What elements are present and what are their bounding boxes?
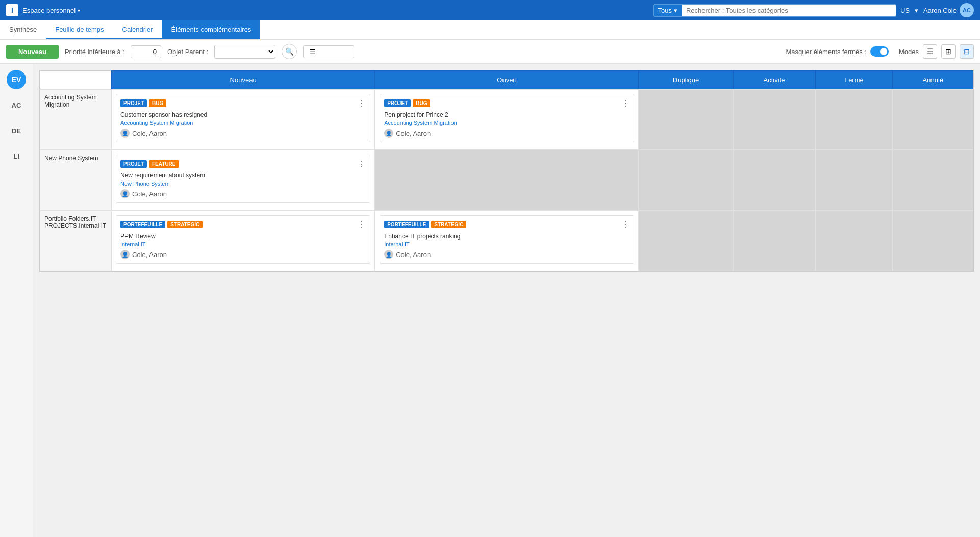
top-nav: I Espace personnel ▾ Tous ▾ US ▾ Aaron C…: [0, 0, 980, 20]
card-user: 👤 Cole, Aaron: [384, 250, 630, 259]
card-user: 👤 Cole, Aaron: [384, 129, 630, 138]
modes-label: Modes: [899, 48, 919, 56]
cell-accounting-ferme: [815, 89, 892, 150]
tab-synthese[interactable]: Synthèse: [0, 20, 46, 39]
search-filter-label: Tous: [658, 7, 671, 14]
main-content: EV AC DE LI Nouveau Ouvert Dupliqué Acti…: [0, 64, 980, 537]
user-icon: 👤: [120, 250, 130, 259]
cell-portfolio-duplique: [639, 211, 733, 271]
sidebar-avatar-ev[interactable]: EV: [7, 70, 26, 89]
card-user: 👤 Cole, Aaron: [120, 250, 366, 259]
row-label-accounting: Accounting System Migration: [40, 89, 111, 150]
user-name-label: Aaron Cole: [923, 7, 957, 14]
card-menu-icon[interactable]: ⋮: [621, 220, 630, 229]
col-header-activite: Activité: [733, 70, 816, 89]
table-row: New Phone System PROJET FEATURE ⋮ New re…: [40, 150, 973, 211]
cell-phone-annule: [893, 150, 973, 211]
card-menu-icon[interactable]: ⋮: [358, 159, 366, 169]
top-nav-right: US ▾ Aaron Cole AC: [900, 3, 974, 17]
card-tags: PROJET BUG ⋮: [120, 98, 366, 108]
search-button[interactable]: 🔍: [282, 44, 297, 59]
new-button[interactable]: Nouveau: [6, 45, 59, 59]
col-header-ferme: Fermé: [815, 70, 892, 89]
masquer-toggle[interactable]: [870, 46, 889, 57]
user-avatar: AC: [960, 3, 974, 17]
card-title: Pen project for Prince 2: [384, 111, 630, 118]
locale-label[interactable]: US: [900, 7, 910, 14]
mode-grid-button[interactable]: ⊞: [941, 44, 956, 59]
kanban-area: Nouveau Ouvert Dupliqué Activité Fermé A…: [33, 64, 980, 537]
cell-portfolio-activite: [733, 211, 816, 271]
tag-projet: PROJET: [384, 99, 411, 107]
card-title: Enhance IT projects ranking: [384, 233, 630, 240]
card-portfolio-nouveau[interactable]: PORTEFEUILLE STRATEGIC ⋮ PPM Review Inte…: [116, 215, 370, 264]
card-menu-icon[interactable]: ⋮: [358, 220, 366, 229]
card-project: Accounting System Migration: [384, 120, 630, 126]
mode-list-button[interactable]: ☰: [923, 44, 937, 59]
card-user: 👤 Cole, Aaron: [120, 189, 366, 198]
workspace-chevron-icon: ▾: [78, 8, 80, 13]
card-title: New requirement about system: [120, 172, 366, 179]
card-tags: PORTEFEUILLE STRATEGIC ⋮: [120, 220, 366, 229]
user-menu[interactable]: Aaron Cole AC: [923, 3, 974, 17]
mode-kanban-button[interactable]: ⊟: [960, 44, 974, 59]
card-tags: PORTEFEUILLE STRATEGIC ⋮: [384, 220, 630, 229]
cell-phone-ouvert: [375, 150, 639, 211]
tag-portefeuille: PORTEFEUILLE: [120, 221, 165, 228]
user-name: Cole, Aaron: [132, 130, 167, 137]
priority-input[interactable]: [131, 45, 161, 58]
workspace-label: Espace personnel: [22, 7, 76, 14]
user-name: Cole, Aaron: [132, 190, 167, 198]
table-row: Accounting System Migration PROJET BUG ⋮…: [40, 89, 973, 150]
card-menu-icon[interactable]: ⋮: [621, 98, 630, 108]
sidebar-item-ac[interactable]: AC: [7, 95, 26, 115]
user-icon: 👤: [384, 129, 393, 138]
locale-chevron-icon: ▾: [915, 7, 918, 14]
parent-label: Objet Parent :: [167, 48, 208, 56]
cell-phone-ferme: [815, 150, 892, 211]
toolbar-right: Masquer éléments fermés : Modes ☰ ⊞ ⊟: [786, 44, 974, 59]
card-accounting-nouveau[interactable]: PROJET BUG ⋮ Customer sponsor has resign…: [116, 94, 370, 142]
row-label-phone: New Phone System: [40, 150, 111, 211]
sidebar-item-de[interactable]: DE: [7, 121, 26, 140]
cell-accounting-ouvert: PROJET BUG ⋮ Pen project for Prince 2 Ac…: [375, 89, 639, 150]
cell-phone-activite: [733, 150, 816, 211]
cell-accounting-activite: [733, 89, 816, 150]
card-menu-icon[interactable]: ⋮: [358, 98, 366, 108]
tab-calendrier[interactable]: Calendrier: [113, 20, 162, 39]
card-portfolio-ouvert[interactable]: PORTEFEUILLE STRATEGIC ⋮ Enhance IT proj…: [380, 215, 634, 264]
col-header-nouveau: Nouveau: [111, 70, 375, 89]
card-project: New Phone System: [120, 181, 366, 187]
user-name: Cole, Aaron: [396, 251, 431, 259]
tag-feature: FEATURE: [149, 160, 179, 168]
app-logo: I: [6, 4, 18, 16]
toolbar: Nouveau Priorité inférieure à : Objet Pa…: [0, 40, 980, 64]
workspace-selector[interactable]: Espace personnel ▾: [22, 7, 80, 14]
card-project: Accounting System Migration: [120, 120, 366, 126]
card-title: Customer sponsor has resigned: [120, 111, 366, 118]
card-accounting-ouvert[interactable]: PROJET BUG ⋮ Pen project for Prince 2 Ac…: [380, 94, 634, 142]
tag-projet: PROJET: [120, 160, 147, 168]
cell-portfolio-annule: [893, 211, 973, 271]
filter-menu-icon: ☰: [310, 48, 316, 56]
card-phone-nouveau[interactable]: PROJET FEATURE ⋮ New requirement about s…: [116, 155, 370, 203]
tab-bar: Synthèse Feuille de temps Calendrier Élé…: [0, 20, 980, 40]
tag-projet: PROJET: [120, 99, 147, 107]
search-input[interactable]: [682, 4, 896, 17]
cell-phone-nouveau: PROJET FEATURE ⋮ New requirement about s…: [111, 150, 375, 211]
cell-accounting-annule: [893, 89, 973, 150]
col-header-ouvert: Ouvert: [375, 70, 639, 89]
tab-elements[interactable]: Éléments complémentaires: [162, 20, 261, 39]
filter-button[interactable]: ☰: [303, 45, 354, 58]
tab-feuille[interactable]: Feuille de temps: [46, 20, 113, 39]
search-filter-dropdown[interactable]: Tous ▾: [653, 4, 682, 17]
tag-bug: BUG: [413, 99, 430, 107]
parent-select[interactable]: [214, 45, 275, 59]
card-tags: PROJET BUG ⋮: [384, 98, 630, 108]
card-project: Internal IT: [120, 241, 366, 247]
tag-portefeuille: PORTEFEUILLE: [384, 221, 429, 228]
user-name: Cole, Aaron: [132, 251, 167, 259]
sidebar-item-li[interactable]: LI: [7, 146, 26, 166]
user-icon: 👤: [120, 189, 130, 198]
masquer-label: Masquer éléments fermés :: [786, 48, 866, 56]
